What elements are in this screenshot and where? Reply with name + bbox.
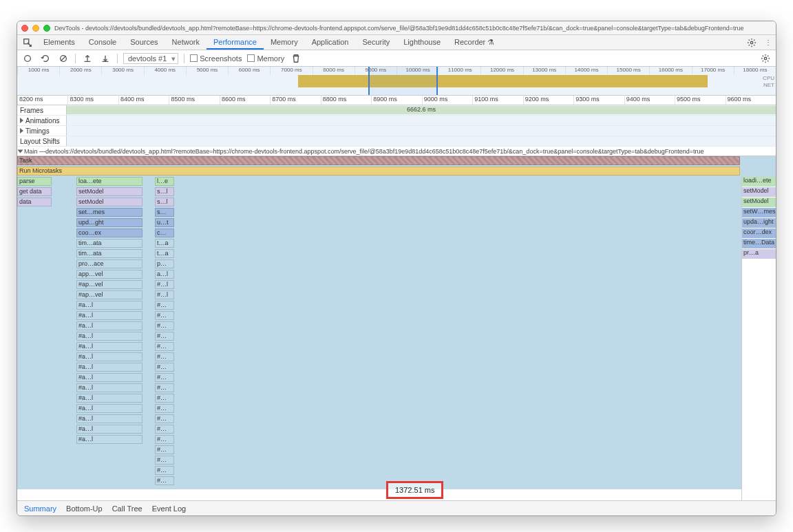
flame-block[interactable]: #a…l xyxy=(76,311,142,320)
flame-block[interactable]: #… xyxy=(155,414,174,423)
collapse-icon[interactable] xyxy=(18,149,23,153)
details-tab-event-log[interactable]: Event Log xyxy=(152,504,187,513)
flame-chart[interactable]: loadi…etesetModelsetModelsetW…mesupda…ig… xyxy=(17,156,776,489)
flame-block[interactable]: #a…l xyxy=(76,332,142,341)
flame-run-microtasks[interactable]: Run Microtasks xyxy=(17,167,740,175)
tab-performance[interactable]: Performance xyxy=(207,36,264,50)
tab-security[interactable]: Security xyxy=(355,36,396,50)
tab-recorder[interactable]: Recorder ⚗ xyxy=(447,36,501,50)
flame-block[interactable]: #… xyxy=(155,311,174,320)
flame-block[interactable]: loa…ete xyxy=(76,177,142,186)
minimize-window-icon[interactable] xyxy=(32,25,39,32)
memory-checkbox[interactable]: Memory xyxy=(247,54,284,63)
expand-icon[interactable] xyxy=(20,128,23,134)
flame-block[interactable]: t…a xyxy=(155,249,174,258)
flame-block[interactable]: setModel xyxy=(76,187,142,196)
flame-block[interactable]: u…t xyxy=(155,218,174,227)
time-ruler[interactable]: 8200 ms8300 ms8400 ms8500 ms8600 ms8700 … xyxy=(17,96,776,105)
flame-block[interactable]: #ap…vel xyxy=(76,290,142,299)
flame-block[interactable]: #… xyxy=(155,425,174,434)
flame-left-get-data[interactable]: get data xyxy=(17,187,52,196)
flame-block[interactable]: #… xyxy=(155,363,174,372)
flame-block[interactable]: #… xyxy=(155,352,174,361)
flame-block[interactable]: #… xyxy=(155,476,174,485)
flame-block[interactable]: tim…ata xyxy=(76,249,142,258)
flame-block[interactable]: app…vel xyxy=(76,270,142,279)
main-thread-header[interactable]: Main — devtools://devtools/bundled/devto… xyxy=(17,147,776,156)
tab-network[interactable]: Network xyxy=(165,36,207,50)
flame-block[interactable]: #…l xyxy=(155,280,174,289)
upload-icon[interactable] xyxy=(81,52,94,65)
flame-block[interactable]: #… xyxy=(155,394,174,403)
flame-block[interactable]: #… xyxy=(155,456,174,465)
flame-block[interactable]: tim…ata xyxy=(76,239,142,248)
flame-block[interactable]: #a…l xyxy=(76,394,142,403)
flame-block[interactable]: #a…l xyxy=(76,414,142,423)
flame-task[interactable]: Task xyxy=(17,156,740,165)
flame-block[interactable]: set…mes xyxy=(76,208,142,217)
tab-memory[interactable]: Memory xyxy=(264,36,305,50)
flame-block[interactable]: l…e xyxy=(155,177,174,186)
flame-block[interactable]: s…l xyxy=(155,198,174,206)
record-icon[interactable] xyxy=(21,52,34,65)
flame-block[interactable]: #a…l xyxy=(76,352,142,361)
flame-block[interactable]: #… xyxy=(155,301,174,310)
flame-block[interactable]: #… xyxy=(155,404,174,413)
flame-block[interactable]: coo…ex xyxy=(76,228,142,237)
flame-block[interactable]: #… xyxy=(155,383,174,392)
flame-block[interactable]: #a…l xyxy=(76,373,142,382)
flame-block[interactable]: #… xyxy=(155,466,174,475)
tab-lighthouse[interactable]: Lighthouse xyxy=(396,36,447,50)
tab-application[interactable]: Application xyxy=(305,36,356,50)
flame-block[interactable]: p… xyxy=(155,259,174,268)
flame-block[interactable]: #a…l xyxy=(76,301,142,310)
flame-block[interactable]: #a…l xyxy=(76,363,142,372)
kebab-menu-icon[interactable]: ⋮ xyxy=(761,35,776,50)
flame-block[interactable]: #a…l xyxy=(76,383,142,392)
flame-block[interactable]: setModel xyxy=(76,198,142,206)
overview-timeline[interactable]: 1000 ms2000 ms3000 ms4000 ms5000 ms6000 … xyxy=(17,67,776,96)
flame-block[interactable]: pro…ace xyxy=(76,259,142,268)
flame-block[interactable]: #… xyxy=(155,435,174,444)
flame-block[interactable]: upd…ght xyxy=(76,218,142,227)
trash-icon[interactable] xyxy=(290,52,302,65)
details-tab-summary[interactable]: Summary xyxy=(24,504,56,513)
frames-track[interactable]: Frames 6662.6 ms xyxy=(17,105,776,116)
flame-block[interactable]: #a…l xyxy=(76,425,142,434)
layout-shifts-track[interactable]: Layout Shifts xyxy=(17,136,776,147)
flame-block[interactable]: #a…l xyxy=(76,404,142,413)
flame-block[interactable]: #… xyxy=(155,373,174,382)
tab-console[interactable]: Console xyxy=(82,36,123,50)
tab-elements[interactable]: Elements xyxy=(36,36,82,50)
expand-icon[interactable] xyxy=(20,118,23,123)
flame-block[interactable]: a…l xyxy=(155,270,174,279)
capture-settings-gear-icon[interactable] xyxy=(759,52,772,65)
close-window-icon[interactable] xyxy=(21,25,28,32)
details-tab-bottom-up[interactable]: Bottom-Up xyxy=(66,504,103,513)
flame-block[interactable]: #…l xyxy=(155,290,174,299)
flame-left-parse[interactable]: parse xyxy=(17,177,52,186)
flame-block[interactable]: c… xyxy=(155,228,174,237)
reload-icon[interactable] xyxy=(39,52,52,65)
details-tab-call-tree[interactable]: Call Tree xyxy=(112,504,142,513)
flame-block[interactable]: #… xyxy=(155,342,174,351)
flame-block[interactable]: #ap…vel xyxy=(76,280,142,289)
frame-duration-bar[interactable]: 6662.6 ms xyxy=(67,106,776,114)
settings-gear-icon[interactable] xyxy=(744,35,759,50)
overview-selection[interactable] xyxy=(368,67,437,95)
flame-left-data[interactable]: data xyxy=(17,198,52,206)
screenshots-checkbox[interactable]: Screenshots xyxy=(190,54,242,63)
flame-block[interactable]: #… xyxy=(155,321,174,330)
flame-block[interactable]: s…l xyxy=(155,187,174,196)
flame-block[interactable]: #… xyxy=(155,332,174,341)
tab-sources[interactable]: Sources xyxy=(123,36,165,50)
profile-select[interactable]: devtools #1 xyxy=(123,53,178,64)
timings-track[interactable]: Timings xyxy=(17,126,776,136)
flame-block[interactable]: #a…l xyxy=(76,321,142,330)
zoom-window-icon[interactable] xyxy=(43,25,50,32)
flame-block[interactable]: #… xyxy=(155,445,174,454)
flame-block[interactable]: #a…l xyxy=(76,342,142,351)
animations-track[interactable]: Animations xyxy=(17,116,776,126)
inspect-icon[interactable] xyxy=(20,35,35,50)
download-icon[interactable] xyxy=(99,52,112,65)
